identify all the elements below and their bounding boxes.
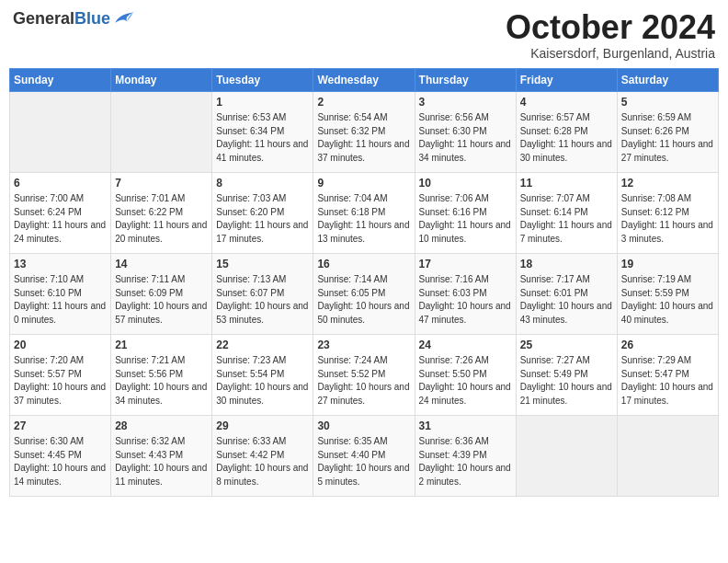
day-number: 22 [216,338,309,353]
calendar-cell: 17Sunrise: 7:16 AM Sunset: 6:03 PM Dayli… [415,253,516,334]
day-detail: Sunrise: 7:17 AM Sunset: 6:01 PM Dayligh… [520,273,613,327]
day-number: 19 [621,257,714,272]
day-number: 17 [419,257,512,272]
calendar-cell: 27Sunrise: 6:30 AM Sunset: 4:45 PM Dayli… [10,415,111,496]
calendar-cell: 4Sunrise: 6:57 AM Sunset: 6:28 PM Daylig… [516,91,617,172]
day-detail: Sunrise: 6:53 AM Sunset: 6:34 PM Dayligh… [216,111,309,165]
day-detail: Sunrise: 6:57 AM Sunset: 6:28 PM Dayligh… [520,111,613,165]
day-detail: Sunrise: 7:14 AM Sunset: 6:05 PM Dayligh… [317,273,410,327]
day-detail: Sunrise: 6:36 AM Sunset: 4:39 PM Dayligh… [419,435,512,488]
calendar-cell: 19Sunrise: 7:19 AM Sunset: 5:59 PM Dayli… [617,253,718,334]
calendar-cell [111,91,212,172]
calendar-cell: 15Sunrise: 7:13 AM Sunset: 6:07 PM Dayli… [212,253,313,334]
day-number: 4 [520,95,613,110]
day-number: 3 [419,95,512,110]
day-number: 10 [419,176,512,191]
day-number: 20 [14,338,107,353]
day-detail: Sunrise: 7:08 AM Sunset: 6:12 PM Dayligh… [621,192,714,246]
calendar-cell: 13Sunrise: 7:10 AM Sunset: 6:10 PM Dayli… [10,253,111,334]
weekday-header-friday: Friday [516,68,617,91]
day-detail: Sunrise: 7:00 AM Sunset: 6:24 PM Dayligh… [14,192,107,246]
calendar-cell: 2Sunrise: 6:54 AM Sunset: 6:32 PM Daylig… [313,91,415,172]
calendar-body: 1Sunrise: 6:53 AM Sunset: 6:34 PM Daylig… [10,91,719,496]
day-detail: Sunrise: 7:16 AM Sunset: 6:03 PM Dayligh… [419,273,512,327]
day-number: 7 [115,176,208,191]
calendar-cell: 3Sunrise: 6:56 AM Sunset: 6:30 PM Daylig… [415,91,516,172]
day-detail: Sunrise: 7:29 AM Sunset: 5:47 PM Dayligh… [621,354,714,408]
calendar-cell: 20Sunrise: 7:20 AM Sunset: 5:57 PM Dayli… [10,334,111,415]
logo-bird-icon [112,9,134,28]
day-number: 24 [419,338,512,353]
day-detail: Sunrise: 6:54 AM Sunset: 6:32 PM Dayligh… [317,111,410,165]
calendar-cell: 28Sunrise: 6:32 AM Sunset: 4:43 PM Dayli… [111,415,212,496]
weekday-header-sunday: Sunday [10,68,111,91]
day-detail: Sunrise: 7:04 AM Sunset: 6:18 PM Dayligh… [317,192,410,246]
day-number: 15 [216,257,309,272]
calendar-cell: 18Sunrise: 7:17 AM Sunset: 6:01 PM Dayli… [516,253,617,334]
weekday-header-thursday: Thursday [415,68,516,91]
calendar-cell: 21Sunrise: 7:21 AM Sunset: 5:56 PM Dayli… [111,334,212,415]
calendar-cell: 9Sunrise: 7:04 AM Sunset: 6:18 PM Daylig… [313,172,415,253]
day-detail: Sunrise: 7:26 AM Sunset: 5:50 PM Dayligh… [419,354,512,408]
calendar-cell: 5Sunrise: 6:59 AM Sunset: 6:26 PM Daylig… [617,91,718,172]
page-header: GeneralBlue October 2024 Kaisersdorf, Bu… [9,9,719,61]
weekday-header-saturday: Saturday [617,68,718,91]
day-number: 12 [621,176,714,191]
calendar-cell: 16Sunrise: 7:14 AM Sunset: 6:05 PM Dayli… [313,253,415,334]
calendar-week-row: 20Sunrise: 7:20 AM Sunset: 5:57 PM Dayli… [10,334,719,415]
day-number: 26 [621,338,714,353]
calendar-cell: 22Sunrise: 7:23 AM Sunset: 5:54 PM Dayli… [212,334,313,415]
day-detail: Sunrise: 7:13 AM Sunset: 6:07 PM Dayligh… [216,273,309,327]
day-number: 18 [520,257,613,272]
calendar-cell: 12Sunrise: 7:08 AM Sunset: 6:12 PM Dayli… [617,172,718,253]
calendar-cell: 31Sunrise: 6:36 AM Sunset: 4:39 PM Dayli… [415,415,516,496]
day-detail: Sunrise: 7:23 AM Sunset: 5:54 PM Dayligh… [216,354,309,408]
calendar-cell: 30Sunrise: 6:35 AM Sunset: 4:40 PM Dayli… [313,415,415,496]
day-detail: Sunrise: 6:56 AM Sunset: 6:30 PM Dayligh… [419,111,512,165]
calendar-cell: 6Sunrise: 7:00 AM Sunset: 6:24 PM Daylig… [10,172,111,253]
day-detail: Sunrise: 6:59 AM Sunset: 6:26 PM Dayligh… [621,111,714,165]
logo: GeneralBlue [13,9,134,28]
day-number: 25 [520,338,613,353]
calendar-week-row: 27Sunrise: 6:30 AM Sunset: 4:45 PM Dayli… [10,415,719,496]
day-detail: Sunrise: 6:33 AM Sunset: 4:42 PM Dayligh… [216,435,309,488]
calendar-cell: 8Sunrise: 7:03 AM Sunset: 6:20 PM Daylig… [212,172,313,253]
weekday-header-row: SundayMondayTuesdayWednesdayThursdayFrid… [10,68,719,91]
day-number: 13 [14,257,107,272]
day-number: 8 [216,176,309,191]
logo-general-text: General [13,9,74,28]
day-number: 6 [14,176,107,191]
day-number: 11 [520,176,613,191]
calendar-cell [516,415,617,496]
day-detail: Sunrise: 7:06 AM Sunset: 6:16 PM Dayligh… [419,192,512,246]
calendar-cell: 10Sunrise: 7:06 AM Sunset: 6:16 PM Dayli… [415,172,516,253]
calendar-week-row: 13Sunrise: 7:10 AM Sunset: 6:10 PM Dayli… [10,253,719,334]
calendar-cell: 29Sunrise: 6:33 AM Sunset: 4:42 PM Dayli… [212,415,313,496]
calendar-week-row: 6Sunrise: 7:00 AM Sunset: 6:24 PM Daylig… [10,172,719,253]
title-block: October 2024 Kaisersdorf, Burgenland, Au… [506,9,715,61]
calendar-cell [10,91,111,172]
calendar-cell: 23Sunrise: 7:24 AM Sunset: 5:52 PM Dayli… [313,334,415,415]
day-number: 2 [317,95,410,110]
day-number: 16 [317,257,410,272]
day-detail: Sunrise: 7:24 AM Sunset: 5:52 PM Dayligh… [317,354,410,408]
day-detail: Sunrise: 7:01 AM Sunset: 6:22 PM Dayligh… [115,192,208,246]
calendar-table: SundayMondayTuesdayWednesdayThursdayFrid… [9,68,719,497]
day-detail: Sunrise: 7:19 AM Sunset: 5:59 PM Dayligh… [621,273,714,327]
day-number: 31 [419,419,512,434]
day-detail: Sunrise: 6:35 AM Sunset: 4:40 PM Dayligh… [317,435,410,488]
calendar-cell: 25Sunrise: 7:27 AM Sunset: 5:49 PM Dayli… [516,334,617,415]
weekday-header-monday: Monday [111,68,212,91]
day-detail: Sunrise: 7:03 AM Sunset: 6:20 PM Dayligh… [216,192,309,246]
day-number: 5 [621,95,714,110]
calendar-cell: 7Sunrise: 7:01 AM Sunset: 6:22 PM Daylig… [111,172,212,253]
day-detail: Sunrise: 7:07 AM Sunset: 6:14 PM Dayligh… [520,192,613,246]
calendar-cell: 1Sunrise: 6:53 AM Sunset: 6:34 PM Daylig… [212,91,313,172]
location-subtitle: Kaisersdorf, Burgenland, Austria [506,46,715,61]
day-number: 29 [216,419,309,434]
day-detail: Sunrise: 6:30 AM Sunset: 4:45 PM Dayligh… [14,435,107,488]
calendar-week-row: 1Sunrise: 6:53 AM Sunset: 6:34 PM Daylig… [10,91,719,172]
day-number: 23 [317,338,410,353]
weekday-header-tuesday: Tuesday [212,68,313,91]
logo-blue-text: Blue [74,9,110,28]
